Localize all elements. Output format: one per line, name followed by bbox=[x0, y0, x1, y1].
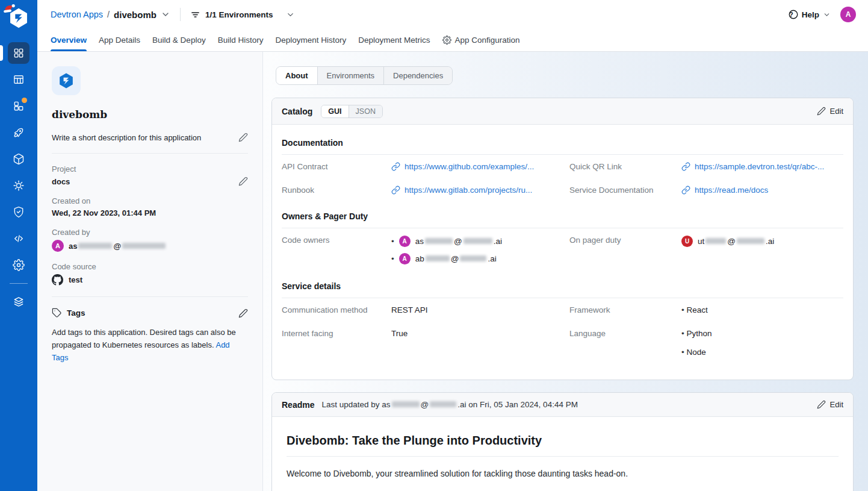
toggle-json[interactable]: JSON bbox=[349, 105, 382, 117]
sidebar-item-jobs[interactable] bbox=[0, 66, 37, 93]
service-doc-link[interactable]: https://read.me/docs bbox=[681, 178, 843, 202]
pager-duty-label: On pager duty bbox=[569, 228, 681, 252]
sidebar-item-settings[interactable] bbox=[0, 252, 37, 278]
sidebar-item-deploy[interactable] bbox=[0, 119, 37, 146]
tags-title: Tags bbox=[67, 308, 234, 317]
app-switcher-chevron-icon[interactable] bbox=[161, 10, 170, 19]
sidebar-item-chart-store[interactable] bbox=[0, 146, 37, 172]
project-label: Project bbox=[52, 164, 248, 174]
code-owners-label: Code owners bbox=[282, 228, 391, 252]
devtron-logo[interactable] bbox=[8, 7, 29, 29]
sidebar-item-global-config[interactable] bbox=[0, 172, 37, 199]
shield-check-icon bbox=[8, 201, 29, 223]
breadcrumb-current-app: divebomb bbox=[114, 10, 157, 20]
code-icon bbox=[8, 228, 29, 249]
help-label: Help bbox=[802, 10, 819, 19]
app-icon bbox=[52, 66, 81, 95]
breadcrumb-root-link[interactable]: Devtron Apps bbox=[51, 10, 103, 19]
rocket-icon bbox=[8, 122, 29, 143]
owners-section-title: Owners & Pager Duty bbox=[282, 202, 843, 228]
code-owners-list: • A as@.ai • A ab@.ai bbox=[391, 228, 569, 272]
catalog-edit-button[interactable]: Edit bbox=[817, 107, 843, 116]
sidebar-item-applications[interactable] bbox=[0, 40, 37, 66]
documentation-section-title: Documentation bbox=[282, 128, 843, 154]
service-doc-label: Service Documentation bbox=[569, 178, 681, 202]
user-avatar[interactable]: A bbox=[840, 7, 856, 22]
readme-title: Readme bbox=[282, 400, 314, 410]
redacted-text bbox=[460, 255, 486, 261]
created-by-email: as@ bbox=[69, 242, 167, 251]
tab-deployment-history[interactable]: Deployment History bbox=[275, 29, 346, 51]
pager-avatar: U bbox=[681, 236, 693, 247]
helm-wheel-icon bbox=[8, 175, 29, 196]
environments-selector[interactable]: 1/1 Environments bbox=[190, 10, 296, 20]
service-details-section-title: Service details bbox=[282, 272, 843, 298]
tab-dependencies[interactable]: Dependencies bbox=[384, 67, 452, 84]
cube-icon bbox=[8, 148, 29, 170]
sidebar bbox=[0, 0, 37, 491]
pencil-icon bbox=[238, 308, 248, 318]
pencil-icon bbox=[817, 107, 826, 116]
internet-facing-label: Internet facing bbox=[282, 322, 391, 345]
link-icon bbox=[681, 186, 690, 195]
panel-divider bbox=[52, 153, 248, 154]
tag-icon bbox=[52, 308, 62, 318]
sidebar-item-app-groups[interactable] bbox=[0, 93, 37, 119]
devtron-app-mark-icon bbox=[58, 72, 75, 89]
redacted-text bbox=[425, 238, 453, 244]
main-content: About Environments Dependencies Catalog … bbox=[263, 52, 868, 491]
owner-email: ab@.ai bbox=[415, 254, 497, 263]
language-values: • Python • Node bbox=[681, 322, 843, 364]
pencil-icon bbox=[817, 400, 826, 409]
quick-qr-label: Quick QR Link bbox=[569, 155, 681, 178]
about-tab-group: About Environments Dependencies bbox=[276, 66, 453, 85]
runbook-label: Runbook bbox=[282, 178, 391, 202]
edit-project-button[interactable] bbox=[238, 177, 248, 186]
readme-heading: Divebomb: Take the Plunge into Productiv… bbox=[287, 434, 839, 457]
language-label: Language bbox=[569, 322, 681, 345]
tab-overview[interactable]: Overview bbox=[51, 29, 87, 51]
redacted-text bbox=[392, 401, 420, 407]
readme-edit-button[interactable]: Edit bbox=[817, 400, 843, 409]
created-on-label: Created on bbox=[52, 196, 248, 205]
edit-description-button[interactable] bbox=[238, 133, 248, 142]
help-button[interactable]: ? Help bbox=[788, 9, 831, 20]
app-description-placeholder: Write a short description for this appli… bbox=[52, 133, 201, 142]
communication-method-value: REST API bbox=[391, 298, 569, 322]
layers-icon bbox=[8, 291, 29, 313]
code-owner-item: • A ab@.ai bbox=[391, 253, 565, 264]
gear-icon bbox=[8, 254, 29, 276]
owner-avatar: A bbox=[399, 236, 411, 247]
panel-divider bbox=[52, 296, 248, 297]
apps-grid-icon bbox=[8, 42, 29, 64]
table-grid-icon bbox=[8, 69, 29, 90]
breadcrumb-separator: / bbox=[107, 10, 110, 19]
sidebar-item-security[interactable] bbox=[0, 199, 37, 225]
code-source-value: test bbox=[69, 275, 82, 284]
runbook-link[interactable]: https://www.gitlab.com/projects/ru... bbox=[391, 178, 569, 202]
catalog-view-toggle: GUI JSON bbox=[321, 105, 383, 118]
framework-label: Framework bbox=[569, 298, 681, 322]
tab-app-details[interactable]: App Details bbox=[99, 29, 140, 51]
tab-deployment-metrics[interactable]: Deployment Metrics bbox=[358, 29, 430, 51]
pager-duty-value: U ut@.ai bbox=[681, 228, 843, 254]
sidebar-item-stack-manager[interactable] bbox=[0, 289, 37, 315]
api-contract-label: API Contract bbox=[282, 155, 391, 178]
tab-about[interactable]: About bbox=[276, 67, 318, 84]
bullet: • bbox=[391, 237, 394, 246]
santa-hat-icon bbox=[2, 3, 17, 15]
edit-tags-button[interactable] bbox=[238, 308, 248, 318]
tab-environments[interactable]: Environments bbox=[318, 67, 384, 84]
catalog-card-header: Catalog GUI JSON Edit bbox=[272, 98, 853, 125]
created-by-avatar: A bbox=[52, 240, 64, 252]
header-divider bbox=[180, 8, 181, 21]
tab-app-configuration[interactable]: App Configuration bbox=[442, 29, 520, 51]
environments-chevron-icon bbox=[286, 10, 295, 19]
sidebar-item-code[interactable] bbox=[0, 225, 37, 252]
toggle-gui[interactable]: GUI bbox=[321, 105, 348, 117]
quick-qr-link[interactable]: https://sample.devtron.test/qr/abc-... bbox=[681, 155, 843, 178]
tab-build-history[interactable]: Build History bbox=[218, 29, 264, 51]
redacted-text bbox=[430, 401, 456, 407]
api-contract-link[interactable]: https://www.github.com/examples/... bbox=[391, 155, 569, 178]
tab-build-deploy[interactable]: Build & Deploy bbox=[152, 29, 206, 51]
